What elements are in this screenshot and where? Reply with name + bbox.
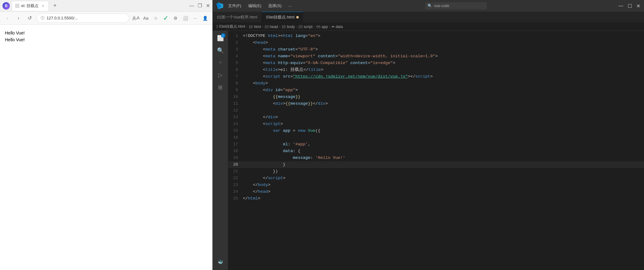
breadcrumb-head[interactable]: ⟨/⟩ head (265, 25, 278, 29)
code-line-13: 13 </div> (228, 114, 644, 121)
vscode-logo-icon (216, 2, 223, 9)
line-content: <!DOCTYPE html><html lang="en"> (243, 33, 644, 39)
split-button[interactable]: ⬜ (181, 14, 190, 22)
code-line-10: 10 {{message}} (228, 94, 644, 100)
forward-button[interactable]: › (14, 14, 23, 22)
line-number: 12 (228, 107, 243, 114)
line-number: 22 (228, 175, 243, 182)
search-icon: 🔍 (217, 47, 224, 54)
line-number: 16 (228, 134, 243, 141)
translate-button[interactable]: あA (132, 14, 140, 22)
maximize-button[interactable]: ❐ (198, 4, 202, 8)
menu-select[interactable]: 选择(S) (266, 2, 283, 9)
line-number: 7 (228, 73, 243, 80)
browser-content: Hello Vue! Hello Vue! (0, 25, 212, 270)
line-number: 21 (228, 168, 243, 175)
browser-tab[interactable]: el: 挂载点 × (12, 1, 49, 11)
tab-02[interactable]: 02第一个Vue程序.html (213, 12, 262, 23)
tab-03[interactable]: 03el挂载点.html (262, 12, 303, 23)
vscode-maximize-button[interactable]: ☐ (628, 3, 632, 9)
search-placeholder: vue-code (434, 4, 449, 8)
line-content: <script src="https://cdn.jsdelivr.net/np… (243, 73, 644, 80)
search-icon: 🔍 (428, 4, 432, 8)
code-line-21: 21 }) (228, 168, 644, 175)
code-line-7: 7 <script src="https://cdn.jsdelivr.net/… (228, 73, 644, 80)
bookmark-button[interactable]: ☆ (151, 14, 160, 22)
line-content: </body> (243, 182, 644, 188)
minimize-button[interactable]: — (190, 4, 194, 8)
line-content: <div>{{message}}</div> (243, 100, 644, 107)
extensions-button[interactable]: ⚙ (171, 14, 180, 22)
breadcrumb-script[interactable]: ⟨/⟩ script (298, 25, 312, 29)
code-area[interactable]: 1<!DOCTYPE html><html lang="en">2 <head>… (228, 31, 644, 270)
browser-toolbar: ‹ › ↺ ⓘ 127.0.0.1:5500/... あA Aa ☆ ✓ ⚙ ⬜… (0, 12, 212, 25)
code-line-14: 14 <script> (228, 121, 644, 127)
line-content: <body> (243, 80, 644, 87)
line-number: 10 (228, 94, 243, 100)
code-line-18: 18 data: { (228, 148, 644, 155)
vscode-search-bar[interactable]: 🔍 vue-code (425, 2, 487, 10)
profile-button[interactable]: 👤 (201, 14, 209, 22)
sidebar-item-source-control[interactable]: ⑂ (215, 57, 226, 68)
tab-close-button[interactable]: × (40, 3, 45, 8)
menu-edit[interactable]: 编辑(E) (246, 2, 263, 9)
breadcrumb-body[interactable]: ⟨/⟩ body (282, 25, 295, 29)
breadcrumb-app[interactable]: ⟨•⟩ app (316, 25, 328, 29)
line-number: 3 (228, 46, 243, 53)
sidebar-item-explorer[interactable]: ⬜ 1 (215, 33, 226, 44)
line-number: 13 (228, 114, 243, 121)
line-number: 23 (228, 182, 243, 188)
more-button[interactable]: ··· (191, 14, 199, 22)
line-content: </html> (243, 195, 644, 202)
line-content: </head> (243, 188, 644, 195)
code-line-4: 4 <meta name="viewport" content="width=d… (228, 53, 644, 60)
breadcrumb-data[interactable]: ⚮ data (331, 25, 343, 29)
line-content: <title>el: 挂载点</title> (243, 66, 644, 73)
reader-button[interactable]: Aa (142, 14, 150, 22)
line-number: 20 (228, 161, 243, 168)
line-content: </script> (243, 175, 644, 182)
line-content: var app = new Vue({ (243, 127, 644, 134)
line-number: 19 (228, 155, 243, 161)
breadcrumb-file[interactable]: ⟩ 03el挂载点.html (216, 24, 245, 29)
extensions-icon: ⊞ (218, 84, 223, 91)
code-line-20: 20 } (228, 161, 644, 168)
docker-icon: 🐳 (218, 260, 223, 264)
sidebar-item-search[interactable]: 🔍 (215, 45, 226, 56)
vue-extension-button[interactable]: ✓ (161, 14, 170, 22)
close-button[interactable]: ✕ (206, 4, 210, 8)
line-content (243, 134, 644, 141)
sidebar-item-docker[interactable]: 🐳 (215, 256, 226, 268)
code-line-23: 23 </body> (228, 182, 644, 188)
line-number: 4 (228, 53, 243, 60)
breadcrumb: ⟩ 03el挂载点.html › ⟨/⟩ html › ⟨/⟩ head › ⟨… (213, 23, 644, 31)
line-number: 24 (228, 188, 243, 195)
new-tab-button[interactable]: + (51, 2, 59, 10)
menu-more[interactable]: ··· (286, 3, 293, 9)
line-content: <script> (243, 121, 644, 127)
line-number: 6 (228, 66, 243, 73)
code-line-16: 16 (228, 134, 644, 141)
line-number: 14 (228, 121, 243, 127)
editor-tabs: 02第一个Vue程序.html 03el挂载点.html (213, 12, 644, 23)
refresh-button[interactable]: ↺ (25, 14, 34, 22)
vscode-main: ⬜ 1 🔍 ⑂ ▷ ⊞ 🐳 1<!DOCTYPE html><html lang… (213, 31, 644, 270)
menu-file[interactable]: 文件(F) (226, 2, 243, 9)
source-control-icon: ⑂ (219, 60, 222, 66)
modified-indicator (296, 16, 299, 18)
address-bar[interactable]: ⓘ 127.0.0.1:5500/... (36, 14, 129, 23)
code-line-3: 3 <meta charset="UTF-8"> (228, 46, 644, 53)
vscode-minimize-button[interactable]: — (618, 3, 623, 9)
code-line-11: 11 <div>{{message}}</div> (228, 100, 644, 107)
sidebar-item-extensions[interactable]: ⊞ (215, 82, 226, 93)
code-line-22: 22 </script> (228, 175, 644, 182)
line-content: <div id="app"> (243, 87, 644, 94)
line-content: </div> (243, 114, 644, 121)
code-editor[interactable]: 1<!DOCTYPE html><html lang="en">2 <head>… (228, 31, 644, 270)
breadcrumb-html[interactable]: ⟨/⟩ html (249, 25, 261, 29)
sidebar-item-run[interactable]: ▷ (215, 70, 226, 81)
line-number: 8 (228, 80, 243, 87)
browser-favicon: B (2, 2, 10, 10)
back-button[interactable]: ‹ (3, 14, 12, 22)
vscode-close-button[interactable]: ✕ (636, 3, 640, 9)
